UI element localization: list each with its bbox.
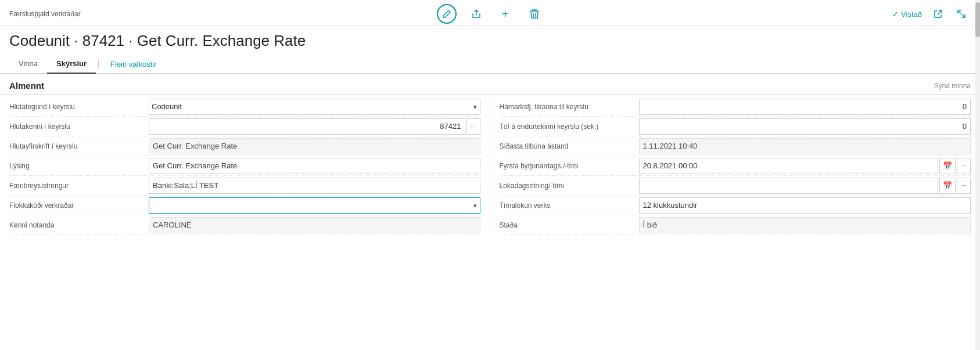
input-lysing[interactable]: [149, 158, 480, 174]
select-flokkakodi[interactable]: [149, 197, 480, 214]
field-fyrsta: 📅 ···: [639, 158, 971, 174]
tab-vinna[interactable]: Vinna: [9, 55, 47, 74]
page-title: Codeunit · 87421 · Get Curr. Exchange Ra…: [0, 26, 980, 55]
fyrsta-calendar-button[interactable]: 📅: [939, 158, 956, 174]
section-header: Almennt Sýna minna: [0, 74, 980, 95]
form-row-hlutayfirskrift: Hlutayfirskrift í keyrslu: [9, 136, 480, 156]
field-kenni-notanda: [149, 217, 480, 233]
input-lokadagsetning[interactable]: [639, 178, 939, 194]
field-lysing: [149, 158, 480, 174]
field-faeribreytustrengur: [149, 178, 480, 194]
form-row-hlutakenni: Hlutakenni í keyrslu ···: [9, 117, 480, 136]
field-tof: [639, 118, 971, 135]
input-tof[interactable]: [639, 118, 971, 135]
form-row-tof: Töf á endurtekinni keyrslu (sek.): [500, 117, 971, 136]
label-kenni-notanda: Kenni notanda: [9, 221, 149, 229]
form-grid: Hlutategund í keyrslu Codeunit Report XM…: [0, 95, 980, 237]
label-timalokun: Tímalokun verks: [500, 201, 639, 210]
label-hlutayfirskrift: Hlutayfirskrift í keyrslu: [9, 142, 149, 150]
input-hamarksfj[interactable]: [639, 99, 971, 115]
field-timalokun: [639, 197, 971, 214]
share-button[interactable]: [467, 5, 486, 23]
label-hamarksfj: Hámarksfj. tilrauna til keyrslu: [500, 103, 639, 111]
label-lokadagsetning: Lokadagsetning/-tími: [500, 182, 639, 190]
save-button[interactable]: ✓ Vistað: [892, 10, 922, 19]
label-hlutategund: Hlutategund í keyrslu: [9, 103, 149, 111]
input-stada: [639, 217, 971, 233]
open-new-button[interactable]: [929, 5, 947, 23]
right-column: Hámarksfj. tilrauna til keyrslu Töf á en…: [490, 97, 981, 235]
field-hlutakenni: ···: [149, 118, 480, 135]
form-row-hamarksfj: Hámarksfj. tilrauna til keyrslu: [500, 97, 971, 117]
add-button[interactable]: +: [496, 5, 515, 23]
scrollbar-thumb[interactable]: [975, 2, 980, 37]
main-content: Almennt Sýna minna Hlutategund í keyrslu…: [0, 74, 980, 237]
tab-divider: [98, 59, 99, 68]
tab-fleiri-valkostir[interactable]: Fleiri valkostir: [101, 55, 166, 73]
fyrsta-dots-button[interactable]: ···: [957, 158, 971, 174]
select-hlutategund[interactable]: Codeunit Report XMLport: [149, 99, 480, 115]
field-hlutayfirskrift: [149, 138, 480, 154]
label-flokkakodi: Flokkakóði verkraðar: [9, 201, 149, 210]
input-faeribreytustrengur[interactable]: [149, 178, 480, 194]
form-row-sidasta: Síðasta tilbúna ástand: [500, 136, 971, 156]
label-tof: Töf á endurtekinni keyrslu (sek.): [500, 122, 639, 131]
input-fyrsta[interactable]: [639, 158, 939, 174]
input-kenni-notanda: [149, 217, 480, 233]
lokadagsetning-dots-button[interactable]: ···: [957, 178, 971, 194]
tabs-bar: Vinna Skýrslur Fleiri valkostir: [0, 55, 980, 74]
input-hlutayfirskrift: [149, 138, 480, 154]
show-less-button[interactable]: Sýna minna: [934, 82, 971, 90]
delete-button[interactable]: [525, 5, 544, 23]
field-sidasta: [639, 138, 971, 154]
scrollbar-track[interactable]: [975, 0, 980, 350]
form-row-timalokun: Tímalokun verks: [500, 196, 971, 215]
tab-skyrslur[interactable]: Skýrslur: [47, 55, 96, 74]
form-row-stada: Staða: [500, 215, 971, 235]
form-row-kenni-notanda: Kenni notanda: [9, 215, 480, 235]
form-row-flokkakodi: Flokkakóði verkraðar: [9, 196, 480, 215]
section-title: Almennt: [9, 81, 44, 91]
label-sidasta: Síðasta tilbúna ástand: [500, 142, 639, 150]
form-row-hlutategund: Hlutategund í keyrslu Codeunit Report XM…: [9, 97, 480, 117]
form-row-faeribreytustrengur: Færibreytustrengur: [9, 176, 480, 196]
input-hlutakenni[interactable]: [149, 118, 465, 135]
field-hlutategund: Codeunit Report XMLport: [149, 99, 480, 115]
label-faeribreytustrengur: Færibreytustrengur: [9, 182, 149, 190]
left-column: Hlutategund í keyrslu Codeunit Report XM…: [0, 97, 490, 235]
form-row-lokadagsetning: Lokadagsetning/-tími 📅 ···: [500, 176, 971, 196]
hlutakenni-dots-button[interactable]: ···: [466, 118, 480, 135]
label-hlutakenni: Hlutakenni í keyrslu: [9, 122, 149, 131]
field-stada: [639, 217, 971, 233]
input-sidasta: [639, 138, 971, 154]
input-timalokun[interactable]: [639, 197, 971, 214]
form-row-lysing: Lýsing: [9, 156, 480, 176]
label-lysing: Lýsing: [9, 162, 149, 170]
app-title: Færsluspjald verkraðar: [9, 10, 81, 18]
label-fyrsta: Fyrsta byrjunardags./-tími: [500, 162, 639, 170]
edit-button[interactable]: [437, 4, 457, 24]
label-stada: Staða: [500, 221, 639, 229]
field-flokkakodi: [149, 197, 480, 214]
save-label: ✓ Vistað: [892, 10, 922, 19]
minimize-button[interactable]: [952, 5, 971, 23]
form-row-fyrsta: Fyrsta byrjunardags./-tími 📅 ···: [500, 156, 971, 176]
lokadagsetning-calendar-button[interactable]: 📅: [939, 178, 956, 194]
field-lokadagsetning: 📅 ···: [639, 178, 971, 194]
field-hamarksfj: [639, 99, 971, 115]
